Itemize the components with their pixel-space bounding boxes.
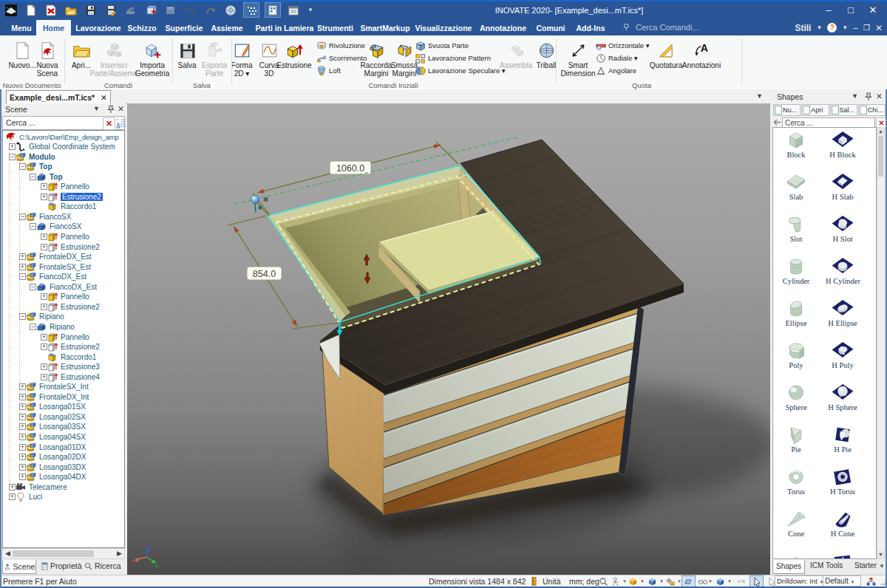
svg-text:A: A <box>700 42 707 54</box>
svg-text:1060.0: 1060.0 <box>336 163 364 174</box>
svg-text:854.0: 854.0 <box>253 269 276 279</box>
svg-text:x: x <box>131 558 134 564</box>
svg-text:Y: Y <box>155 564 159 570</box>
